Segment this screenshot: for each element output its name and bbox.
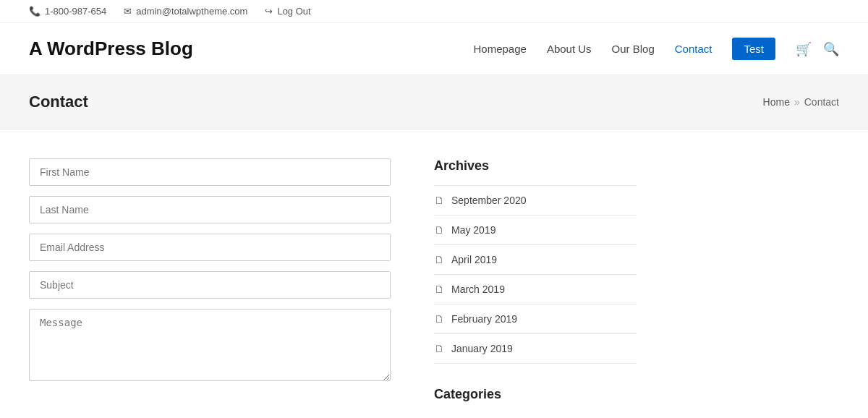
last-name-field [29, 196, 391, 223]
archive-item-jan-2019[interactable]: 🗋 January 2019 [434, 334, 637, 364]
last-name-input[interactable] [29, 196, 391, 223]
doc-icon: 🗋 [434, 313, 444, 325]
archive-label: January 2019 [451, 343, 513, 354]
email-field [29, 234, 391, 261]
admin-email: admin@totalwptheme.com [136, 6, 247, 17]
doc-icon: 🗋 [434, 254, 444, 265]
phone-number: 1-800-987-654 [45, 6, 106, 17]
doc-icon: 🗋 [434, 283, 444, 295]
nav-contact[interactable]: Contact [675, 43, 712, 55]
phone-item: 📞 1-800-987-654 [29, 6, 106, 17]
message-textarea[interactable] [29, 309, 391, 381]
doc-icon: 🗋 [434, 195, 444, 206]
breadcrumb: Home » Contact [763, 96, 839, 108]
logout-item[interactable]: ↪ Log Out [265, 6, 310, 17]
archive-item-sep-2020[interactable]: 🗋 September 2020 [434, 186, 637, 216]
email-item: ✉ admin@totalwptheme.com [124, 6, 247, 17]
archive-label: May 2019 [451, 224, 495, 236]
doc-icon: 🗋 [434, 343, 444, 354]
archive-item-apr-2019[interactable]: 🗋 April 2019 [434, 245, 637, 275]
breadcrumb-home[interactable]: Home [763, 96, 790, 108]
first-name-field [29, 158, 391, 186]
doc-icon: 🗋 [434, 224, 444, 236]
breadcrumb-separator: » [794, 96, 800, 108]
contact-form [29, 158, 391, 414]
categories-title: Categories [434, 387, 637, 402]
archive-item-mar-2019[interactable]: 🗋 March 2019 [434, 275, 637, 304]
main-content: Archives 🗋 September 2020 🗋 May 2019 🗋 A… [0, 129, 868, 418]
nav-about-us[interactable]: About Us [547, 43, 592, 55]
phone-icon: 📞 [29, 6, 41, 17]
archive-label: March 2019 [451, 283, 505, 295]
nav-test-button[interactable]: Test [732, 38, 775, 60]
page-title: Contact [29, 93, 88, 111]
subject-input[interactable] [29, 271, 391, 299]
email-input[interactable] [29, 234, 391, 261]
archive-label: February 2019 [451, 313, 517, 325]
search-icon[interactable]: 🔍 [823, 41, 839, 57]
archive-item-feb-2019[interactable]: 🗋 February 2019 [434, 304, 637, 334]
archive-label: April 2019 [451, 254, 497, 265]
page-banner: Contact Home » Contact [0, 75, 868, 129]
logout-label: Log Out [277, 6, 310, 17]
archive-list: 🗋 September 2020 🗋 May 2019 🗋 April 2019… [434, 185, 637, 364]
archives-title: Archives [434, 158, 637, 174]
subject-field [29, 271, 391, 299]
nav-homepage[interactable]: Homepage [473, 43, 526, 55]
email-icon: ✉ [124, 6, 132, 17]
nav-icons: 🛒 🔍 [796, 41, 839, 57]
top-bar: 📞 1-800-987-654 ✉ admin@totalwptheme.com… [0, 0, 868, 23]
sidebar: Archives 🗋 September 2020 🗋 May 2019 🗋 A… [434, 158, 637, 414]
message-field [29, 309, 391, 383]
logout-icon: ↪ [265, 6, 273, 17]
archive-item-may-2019[interactable]: 🗋 May 2019 [434, 216, 637, 245]
cart-icon[interactable]: 🛒 [796, 41, 812, 57]
site-title[interactable]: A WordPress Blog [29, 38, 193, 60]
main-nav: Homepage About Us Our Blog Contact Test … [473, 38, 839, 60]
nav-our-blog[interactable]: Our Blog [612, 43, 655, 55]
categories-section: Categories [434, 387, 637, 402]
archive-label: September 2020 [451, 195, 527, 206]
site-header: A WordPress Blog Homepage About Us Our B… [0, 23, 868, 75]
first-name-input[interactable] [29, 158, 391, 186]
breadcrumb-current: Contact [804, 96, 839, 108]
